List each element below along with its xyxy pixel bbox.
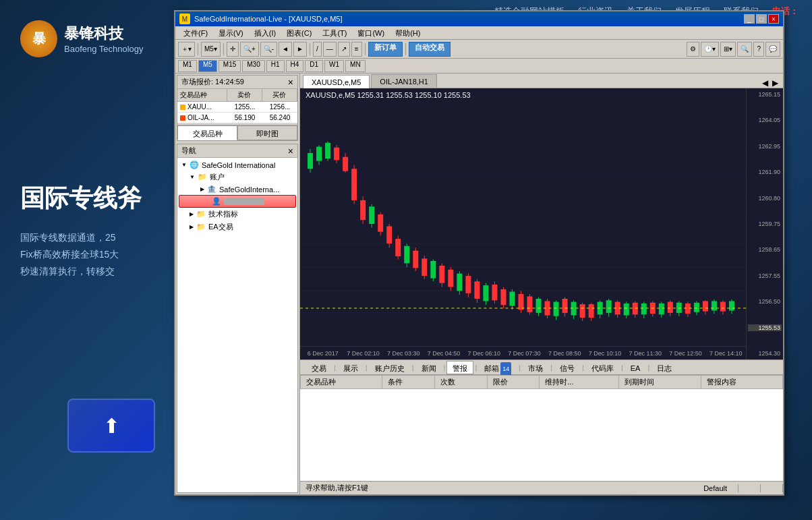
tab-history[interactable]: 账户历史 <box>369 361 411 374</box>
price-1264: 1264.05 <box>748 117 782 123</box>
svg-rect-62 <box>536 299 542 313</box>
menu-bar: 文件(F) 显示(V) 插入(I) 图表(C) 工具(T) 窗口(W) 帮助(H… <box>175 26 783 40</box>
nav-account-highlighted[interactable]: 👤 <box>179 195 296 208</box>
chart-tabs: XAUUSD,e,M5 OIL-JAN18,H1 ◀ ▶ <box>300 74 783 88</box>
tb-crosshair[interactable]: ✛ <box>227 42 239 57</box>
menu-help[interactable]: 帮助(H) <box>390 26 426 40</box>
tb-help[interactable]: ? <box>753 42 764 57</box>
chart-tab-oil[interactable]: OIL-JAN18,H1 <box>371 74 437 88</box>
tb-screen[interactable]: ⊞▾ <box>720 42 736 57</box>
chart-area[interactable]: XAUUSD,e,M5 1255.31 1255.53 1255.10 1255… <box>300 88 783 359</box>
tab-alerts[interactable]: 警报 <box>446 361 473 374</box>
menu-insert[interactable]: 插入(I) <box>249 26 281 40</box>
bottom-content: 交易品种 条件 次数 限价 维持时... 到期时间 警报内容 <box>300 375 783 481</box>
tab-mailbox[interactable]: 邮箱14 <box>478 361 517 374</box>
logo-text: 暴锋科技 Baofeng Technology <box>64 24 144 54</box>
minimize-button[interactable]: _ <box>744 14 755 24</box>
price-1262: 1262.95 <box>748 143 782 150</box>
svg-rect-12 <box>316 147 322 161</box>
nav-ea[interactable]: ▶ 📁 EA交易 <box>179 221 296 233</box>
svg-rect-38 <box>430 261 436 279</box>
tab-ea[interactable]: EA <box>625 361 647 374</box>
tab-account[interactable]: 展示 <box>337 361 364 374</box>
title-bar: M SafeGoldInternational-Live - [XAUUSD,e… <box>175 11 783 26</box>
menu-window[interactable]: 窗口(W) <box>352 26 390 40</box>
tb-zoomout[interactable]: 🔍- <box>260 42 277 57</box>
tf-m30[interactable]: M30 <box>242 60 264 72</box>
chart-nav-right[interactable]: ▶ <box>770 78 780 88</box>
nav-root[interactable]: ▼ 🌐 SafeGold International <box>179 159 296 171</box>
price-1256: 1256.50 <box>748 298 782 305</box>
alerts-table: 交易品种 条件 次数 限价 维持时... 到期时间 警报内容 <box>300 375 783 389</box>
mw-col-ask: 买价 <box>262 89 297 101</box>
tb-new[interactable]: ＋▾ <box>178 42 195 57</box>
nav-account-safegold[interactable]: ▶ 🏦 SafeGoldInterna... <box>179 183 296 195</box>
window-title: SafeGoldInternational-Live - [XAUUSD,e,M… <box>194 15 343 23</box>
col-content: 警报内容 <box>701 376 783 389</box>
chart-nav-left[interactable]: ◀ <box>760 78 770 88</box>
svg-rect-70 <box>571 302 577 316</box>
price-1265: 1265.15 <box>748 91 782 98</box>
svg-rect-40 <box>439 266 444 283</box>
nav-bottom-tabs: 常用 收藏夹 <box>177 492 297 493</box>
tf-mn[interactable]: MN <box>345 60 366 72</box>
tf-m15[interactable]: M15 <box>219 60 241 72</box>
svg-rect-72 <box>580 304 585 318</box>
tab-journal[interactable]: 日志 <box>651 361 678 374</box>
tb-comment[interactable]: 💬 <box>765 42 780 57</box>
gold-ask: 1256... <box>262 102 297 112</box>
tab-news[interactable]: 新闻 <box>415 361 442 374</box>
tb-scroll2[interactable]: ► <box>293 42 307 57</box>
tb-scroll[interactable]: ◄ <box>279 42 292 57</box>
tb-m5[interactable]: M5▾ <box>201 42 221 57</box>
svg-rect-36 <box>422 258 427 276</box>
tf-m5[interactable]: M5 <box>198 60 217 72</box>
tf-h4[interactable]: H4 <box>286 60 304 72</box>
tab-market[interactable]: 市场 <box>522 361 549 374</box>
tab-trade[interactable]: 交易 <box>306 361 332 374</box>
chart-info: XAUUSD,e,M5 1255.31 1255.53 1255.10 1255… <box>306 91 471 99</box>
nav-accounts[interactable]: ▼ 📁 账户 <box>179 171 296 183</box>
menu-view[interactable]: 显示(V) <box>213 26 249 40</box>
mw-row-gold[interactable]: XAUU... 1255... 1256... <box>177 102 297 113</box>
close-button[interactable]: × <box>768 14 779 24</box>
menu-file[interactable]: 文件(F) <box>178 26 213 40</box>
time-8: 7 Dec 11:30 <box>625 350 666 357</box>
tb-zoomin[interactable]: 🔍+ <box>240 42 259 57</box>
tb-clock[interactable]: 🕐▾ <box>701 42 719 57</box>
tab-signals[interactable]: 信号 <box>554 361 581 374</box>
mw-tab-symbols[interactable]: 交易品种 <box>177 125 237 140</box>
mw-header: 交易品种 卖价 买价 <box>177 89 297 102</box>
svg-rect-74 <box>589 304 594 318</box>
nav-indicators[interactable]: ▶ 📁 技术指标 <box>179 208 296 221</box>
market-watch: 市场报价: 14:24:59 × 交易品种 卖价 买价 XAUU... 1255… <box>177 75 298 141</box>
tf-w1[interactable]: W1 <box>324 60 344 72</box>
mw-row-oil[interactable]: OIL-JA... 56.190 56.240 <box>177 113 297 123</box>
col-expiry: 到期时间 <box>619 376 701 389</box>
tb-search[interactable]: 🔍 <box>737 42 752 57</box>
tb-line[interactable]: / <box>313 42 322 57</box>
svg-rect-82 <box>624 304 629 316</box>
market-watch-close[interactable]: × <box>288 78 293 87</box>
logo-icon: 暴 <box>20 20 57 57</box>
maximize-button[interactable]: □ <box>756 14 767 24</box>
tb-hline[interactable]: — <box>323 42 337 57</box>
tb-expert[interactable]: ⚙ <box>687 42 699 57</box>
tab-codebase[interactable]: 代码库 <box>585 361 620 374</box>
menu-tools[interactable]: 工具(T) <box>317 26 352 40</box>
mw-tab-ticks[interactable]: 即时图 <box>237 125 297 140</box>
tf-h1[interactable]: H1 <box>266 60 285 72</box>
tf-d1[interactable]: D1 <box>305 60 323 72</box>
time-0: 6 Dec 2017 <box>303 350 343 357</box>
svg-rect-28 <box>386 227 392 244</box>
svg-rect-66 <box>554 302 559 316</box>
menu-chart[interactable]: 图表(C) <box>281 26 317 40</box>
navigator-close[interactable]: × <box>288 146 293 156</box>
tf-m1[interactable]: M1 <box>178 60 197 72</box>
chart-tab-xauusd[interactable]: XAUUSD,e,M5 <box>303 75 370 88</box>
tb-new-order[interactable]: 新订单 <box>368 42 403 57</box>
tb-auto-trade[interactable]: 自动交易 <box>409 42 451 57</box>
tb-tl[interactable]: ↗ <box>338 42 350 57</box>
tb-fib[interactable]: ≡ <box>351 42 362 57</box>
bg-btn-1[interactable]: ⬆ <box>67 399 155 453</box>
